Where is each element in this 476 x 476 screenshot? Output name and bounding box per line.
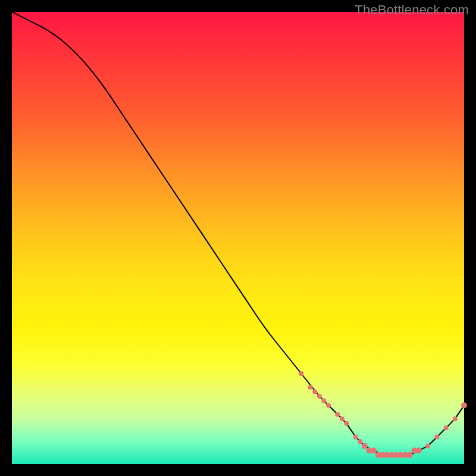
data-marker — [353, 434, 358, 439]
data-marker — [362, 443, 368, 449]
data-marker — [335, 412, 340, 416]
bottleneck-curve — [12, 12, 464, 455]
data-marker — [321, 399, 326, 403]
data-marker — [434, 434, 439, 439]
data-marker — [312, 389, 317, 394]
data-marker — [299, 371, 303, 376]
data-marker — [425, 444, 430, 449]
data-marker — [317, 394, 322, 399]
chart-frame: TheBottleneck.com — [0, 0, 476, 476]
watermark-text: TheBottleneck.com — [355, 2, 469, 18]
data-marker — [358, 439, 362, 444]
data-marker — [444, 425, 449, 430]
marker-group — [299, 371, 467, 458]
data-marker — [326, 403, 331, 408]
data-marker — [461, 402, 467, 408]
data-marker — [340, 416, 345, 421]
data-marker — [344, 421, 349, 426]
data-marker — [308, 385, 313, 390]
plot-overlay — [12, 12, 464, 464]
data-marker — [416, 447, 422, 453]
data-marker — [371, 447, 377, 453]
data-marker — [407, 452, 413, 458]
data-marker — [453, 416, 458, 421]
